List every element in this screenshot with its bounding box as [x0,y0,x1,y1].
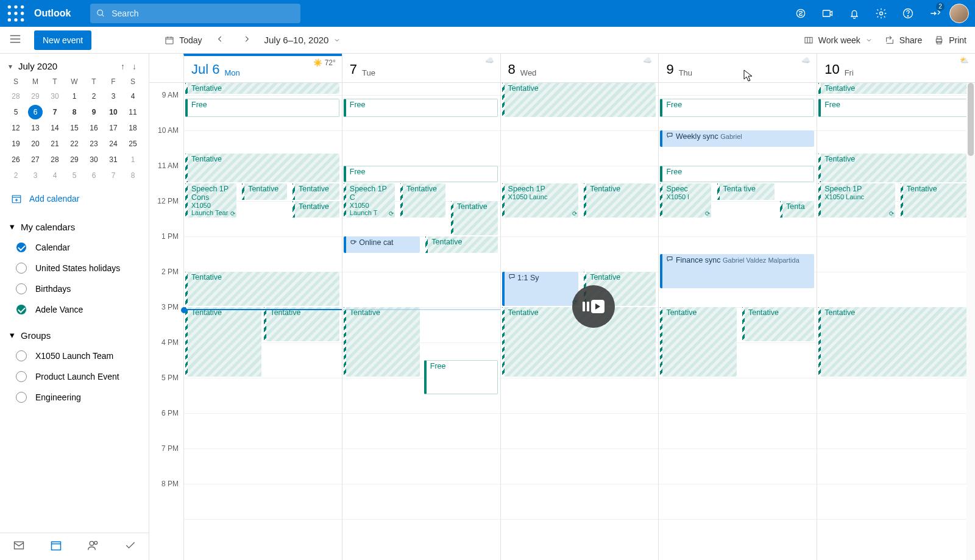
day-header[interactable]: 7Tue☁️ [342,54,500,82]
calendar-event[interactable]: Finance sync Gabriel Valdez Malpartida [660,254,814,288]
mini-day[interactable]: 29 [67,152,82,167]
mini-day[interactable]: 30 [48,89,62,104]
calendar-event[interactable]: Tentative [818,154,973,182]
mini-day[interactable]: 8 [67,105,82,119]
avatar[interactable] [949,4,969,23]
my-calendars-header[interactable]: ▾ My calendars [5,216,144,237]
todo-icon[interactable] [124,539,136,554]
people-icon[interactable] [87,539,99,554]
mini-day[interactable]: 15 [67,121,82,135]
today-button[interactable]: Today [165,35,202,45]
search-input[interactable] [112,9,294,18]
help-icon[interactable] [896,0,920,27]
mini-day[interactable]: 12 [9,121,23,135]
share-button[interactable]: Share [885,35,922,45]
calendar-event[interactable]: Tentative [584,183,656,218]
calendar-list-item[interactable]: X1050 Launch Team [5,346,144,366]
mini-day[interactable]: 3 [106,89,121,104]
mini-day[interactable]: 16 [87,121,101,135]
calendar-event[interactable]: Free [344,99,498,117]
calendar-event[interactable]: Tentative [185,272,339,306]
search-box[interactable] [90,4,300,23]
mini-day[interactable]: 4 [48,168,62,183]
calendar-event[interactable]: Free [660,99,814,117]
chevron-down-icon[interactable]: ▾ [9,62,12,71]
mini-day[interactable]: 7 [106,168,121,183]
video-play-overlay[interactable] [572,285,615,328]
mini-day[interactable]: 26 [9,152,23,167]
calendar-event[interactable]: Tentative [451,201,498,235]
groups-header[interactable]: ▾ Groups [5,325,144,346]
calendar-event[interactable]: Free [424,360,498,394]
mini-day[interactable]: 11 [126,105,140,119]
add-calendar-button[interactable]: Add calendar [0,183,149,214]
calendar-event[interactable]: Weekly sync Gabriel [660,130,814,147]
mini-day[interactable]: 13 [28,121,43,135]
day-header[interactable]: 8Wed☁️ [500,54,659,82]
calendar-event[interactable]: Tentative [185,307,261,377]
mini-day[interactable]: 2 [9,168,23,183]
calendar-event[interactable]: Tentative [344,307,420,377]
calendar-event[interactable]: Tentative [292,201,339,218]
mini-day[interactable]: 27 [28,152,43,167]
settings-icon[interactable] [869,0,893,27]
calendar-event[interactable]: Speech 1PX1050 Launc⟳ [818,183,895,218]
calendar-event[interactable]: Tentative [818,83,973,94]
mini-day[interactable]: 2 [87,89,101,104]
mini-day[interactable]: 8 [126,168,140,183]
mini-day[interactable]: 20 [28,136,43,151]
view-switcher[interactable]: Work week [804,35,873,45]
day-header[interactable]: Jul 6Mon☀️72° [183,54,342,82]
mini-day[interactable]: 22 [67,136,82,151]
day-header[interactable]: 9Thu☁️ [658,54,817,82]
mini-day[interactable]: 28 [48,152,62,167]
calendar-event[interactable]: Free [660,166,814,182]
new-event-button[interactable]: New event [34,30,91,50]
mini-day[interactable]: 4 [126,89,140,104]
mini-day[interactable]: 21 [48,136,62,151]
day-column[interactable]: Free Weekly sync GabrielFreeSpeecX1050 l… [658,83,817,560]
calendar-event[interactable]: Online cat [344,236,420,253]
mini-day[interactable]: 24 [106,136,121,151]
calendar-list-item[interactable]: Birthdays [5,278,144,299]
checkbox-icon[interactable] [16,283,27,294]
mail-icon[interactable] [13,539,25,554]
mini-day[interactable]: 3 [28,168,43,183]
mini-day[interactable]: 31 [106,152,121,167]
checkbox-icon[interactable] [16,263,27,274]
calendar-list-item[interactable]: Engineering [5,387,144,408]
calendar-event[interactable]: Free [344,166,498,182]
notifications-icon[interactable] [842,0,867,27]
checkbox-icon[interactable] [16,371,27,382]
mini-day[interactable]: 9 [87,105,101,119]
meet-now-icon[interactable]: 2 [923,0,947,27]
calendar-list-item[interactable]: Product Launch Event [5,366,144,387]
calendar-event[interactable]: Tentative [502,83,656,117]
checkbox-icon[interactable] [16,304,27,315]
calendar-event[interactable]: Tentative [425,236,497,253]
mini-day[interactable]: 10 [106,105,121,119]
mini-day[interactable]: 30 [87,152,101,167]
calendar-event[interactable]: Tentative [242,183,287,200]
day-column[interactable]: FreeFreeSpeech 1P CX1050 Launch T⟳Tentat… [342,83,500,560]
calendar-event[interactable]: Tenta tive [717,183,775,200]
teams-icon[interactable] [815,0,840,27]
calendar-list-item[interactable]: Adele Vance [5,299,144,320]
mini-day[interactable]: 23 [87,136,101,151]
mini-day[interactable]: 29 [28,89,43,104]
calendar-list-item[interactable]: United States holidays [5,258,144,278]
calendar-event[interactable]: 1:1 Sy⟳ [502,272,578,306]
scroll-thumb[interactable] [968,83,974,156]
calendar-event[interactable]: SpeecX1050 l⟳ [660,183,711,218]
mini-day[interactable]: 5 [9,105,23,119]
skype-icon[interactable] [789,0,813,27]
app-launcher-icon[interactable] [6,4,26,23]
hamburger-icon[interactable] [9,32,22,48]
mini-day[interactable]: 17 [106,121,121,135]
calendar-event[interactable]: Tentative [400,183,445,218]
print-button[interactable]: Print [934,35,966,45]
calendar-event[interactable]: Tentative [185,154,339,182]
mini-day[interactable]: 19 [9,136,23,151]
day-column[interactable]: TentativeFreeTentativeSpeech 1P ConsX105… [183,83,342,560]
mini-day[interactable]: 1 [126,152,140,167]
